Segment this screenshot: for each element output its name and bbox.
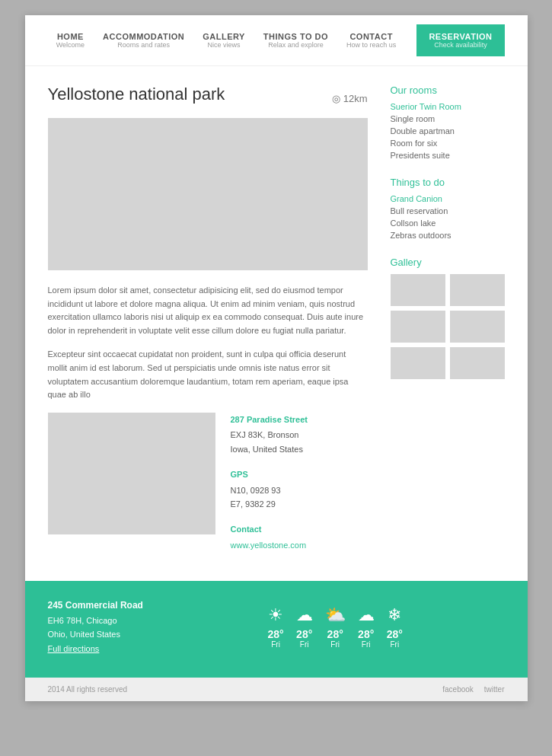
footer-green: 245 Commercial Road EH6 78H, Chicago Ohi… xyxy=(25,581,528,677)
weather-day-1: Fri xyxy=(296,640,313,649)
body-text-1: Lorem ipsum dolor sit amet, consectetur … xyxy=(48,284,368,337)
address-block: 287 Paradise Street EXJ 83K, Bronson Iow… xyxy=(231,413,368,457)
gallery-grid xyxy=(391,274,505,379)
nav: HOME Welcome ACCOMMODATION Rooms and rat… xyxy=(48,32,405,49)
gallery-thumb-6[interactable] xyxy=(450,347,505,379)
gps-label: GPS xyxy=(231,467,368,482)
weather-0: ☀ 28° Fri xyxy=(268,605,284,649)
map-contact-row: 287 Paradise Street EXJ 83K, Bronson Iow… xyxy=(48,413,368,563)
footer-bottom: 2014 All rights reserved facebook twitte… xyxy=(25,678,528,701)
gallery-thumb-4[interactable] xyxy=(450,311,505,343)
sun-icon: ☀ xyxy=(268,605,284,625)
nav-accommodation[interactable]: ACCOMMODATION Rooms and rates xyxy=(103,32,184,49)
gps-line1: N10, 0928 93 xyxy=(231,483,368,498)
nav-things-label: THINGS TO DO xyxy=(263,32,328,41)
footer-addr-main: 245 Commercial Road xyxy=(48,600,143,611)
location-icon: ◎ xyxy=(332,93,340,104)
snow-icon: ❄ xyxy=(387,605,403,625)
footer-addr-line1: EH6 78H, Chicago xyxy=(48,616,117,625)
weather-temp-3: 28° xyxy=(358,628,375,640)
gallery-thumb-2[interactable] xyxy=(450,274,505,306)
gallery-thumb-1[interactable] xyxy=(391,274,445,306)
weather-day-2: Fri xyxy=(325,640,346,649)
page-wrapper: HOME Welcome ACCOMMODATION Rooms and rat… xyxy=(25,15,528,701)
things-heading: Things to do xyxy=(391,177,505,188)
footer-address: 245 Commercial Road EH6 78H, Chicago Ohi… xyxy=(48,598,143,656)
nav-contact-sub: How to reach us xyxy=(346,41,396,49)
sidebar-thing-0[interactable]: Grand Canion xyxy=(391,194,505,203)
header: HOME Welcome ACCOMMODATION Rooms and rat… xyxy=(25,15,528,66)
contact-info: 287 Paradise Street EXJ 83K, Bronson Iow… xyxy=(231,413,368,563)
copyright: 2014 All rights reserved xyxy=(48,685,128,694)
main-image xyxy=(48,118,368,270)
weather-temp-0: 28° xyxy=(268,628,284,640)
cloud-icon-1: ☁ xyxy=(296,605,313,625)
sidebar-room-1[interactable]: Single room xyxy=(391,114,505,123)
weather-2: ⛅ 28° Fri xyxy=(325,605,346,649)
nav-home-sub: Welcome xyxy=(56,41,85,49)
body-text-2: Excepteur sint occaecat cupidatat non pr… xyxy=(48,348,368,401)
contact-label: Contact xyxy=(231,522,368,537)
gps-block: GPS N10, 0928 93 E7, 9382 29 xyxy=(231,467,368,512)
facebook-link[interactable]: facebook xyxy=(442,685,474,694)
gallery-thumb-3[interactable] xyxy=(391,311,445,343)
rooms-heading: Our rooms xyxy=(391,85,505,96)
partly-cloudy-icon: ⛅ xyxy=(325,605,346,625)
sidebar-thing-3[interactable]: Zebras outdoors xyxy=(391,231,505,240)
left-column: Yellostone national park ◎ 12km Lorem ip… xyxy=(48,85,368,563)
sidebar: Our rooms Suerior Twin Room Single room … xyxy=(391,85,505,563)
footer-top: 245 Commercial Road EH6 78H, Chicago Ohi… xyxy=(48,598,505,656)
nav-accommodation-sub: Rooms and rates xyxy=(103,41,184,49)
footer-social: facebook twitter xyxy=(442,685,504,694)
gallery-heading: Gallery xyxy=(391,257,505,268)
contact-block: Contact www.yellostone.com xyxy=(231,522,368,552)
nav-things-sub: Relax and explore xyxy=(263,41,328,49)
cloud-icon-2: ☁ xyxy=(358,605,375,625)
nav-contact-label: CONTACT xyxy=(346,32,396,41)
reservation-button[interactable]: RESERVATION Check availability xyxy=(416,24,504,56)
weather-4: ❄ 28° Fri xyxy=(387,605,403,649)
address-line1: EXJ 83K, Bronson xyxy=(231,428,368,442)
sidebar-room-2[interactable]: Double apartman xyxy=(391,126,505,136)
weather-temp-4: 28° xyxy=(387,628,403,640)
nav-contact[interactable]: CONTACT How to reach us xyxy=(346,32,396,49)
nav-accommodation-label: ACCOMMODATION xyxy=(103,32,184,41)
sidebar-room-0[interactable]: Suerior Twin Room xyxy=(391,102,505,111)
main-content: Yellostone national park ◎ 12km Lorem ip… xyxy=(25,66,528,581)
sidebar-room-3[interactable]: Room for six xyxy=(391,139,505,148)
weather-temp-1: 28° xyxy=(296,628,313,640)
distance-value: 12km xyxy=(343,93,368,104)
map-placeholder xyxy=(48,413,215,534)
address-label: 287 Paradise Street xyxy=(231,413,368,427)
weather-day-4: Fri xyxy=(387,640,403,649)
footer-addr-line2: Ohio, United States xyxy=(48,630,120,639)
gps-line2: E7, 9382 29 xyxy=(231,497,368,512)
nav-gallery[interactable]: GALLERY Nice views xyxy=(203,32,245,49)
reservation-label: RESERVATION xyxy=(429,32,492,41)
weather-temp-2: 28° xyxy=(325,628,346,640)
nav-gallery-sub: Nice views xyxy=(203,41,245,49)
weather-row: ☀ 28° Fri ☁ 28° Fri ⛅ 28° Fri ☁ 28° xyxy=(166,605,505,649)
sidebar-thing-2[interactable]: Collson lake xyxy=(391,219,505,228)
weather-day-0: Fri xyxy=(268,640,284,649)
weather-1: ☁ 28° Fri xyxy=(296,605,313,649)
rooms-section: Our rooms Suerior Twin Room Single room … xyxy=(391,85,505,160)
page-title: Yellostone national park xyxy=(48,85,225,104)
contact-url[interactable]: www.yellostone.com xyxy=(231,541,307,550)
distance-badge: ◎ 12km xyxy=(332,93,368,104)
twitter-link[interactable]: twitter xyxy=(484,685,505,694)
things-section: Things to do Grand Canion Bull reservati… xyxy=(391,177,505,240)
weather-day-3: Fri xyxy=(358,640,375,649)
nav-things[interactable]: THINGS TO DO Relax and explore xyxy=(263,32,328,49)
gallery-thumb-5[interactable] xyxy=(391,347,445,379)
gallery-section: Gallery xyxy=(391,257,505,379)
sidebar-thing-1[interactable]: Bull reservation xyxy=(391,206,505,215)
reservation-sub: Check availability xyxy=(429,41,492,49)
footer-directions-link[interactable]: Full directions xyxy=(48,644,100,653)
sidebar-room-4[interactable]: Presidents suite xyxy=(391,151,505,160)
weather-3: ☁ 28° Fri xyxy=(358,605,375,649)
title-row: Yellostone national park ◎ 12km xyxy=(48,85,368,107)
nav-gallery-label: GALLERY xyxy=(203,32,245,41)
nav-home[interactable]: HOME Welcome xyxy=(56,32,85,49)
nav-home-label: HOME xyxy=(56,32,85,41)
